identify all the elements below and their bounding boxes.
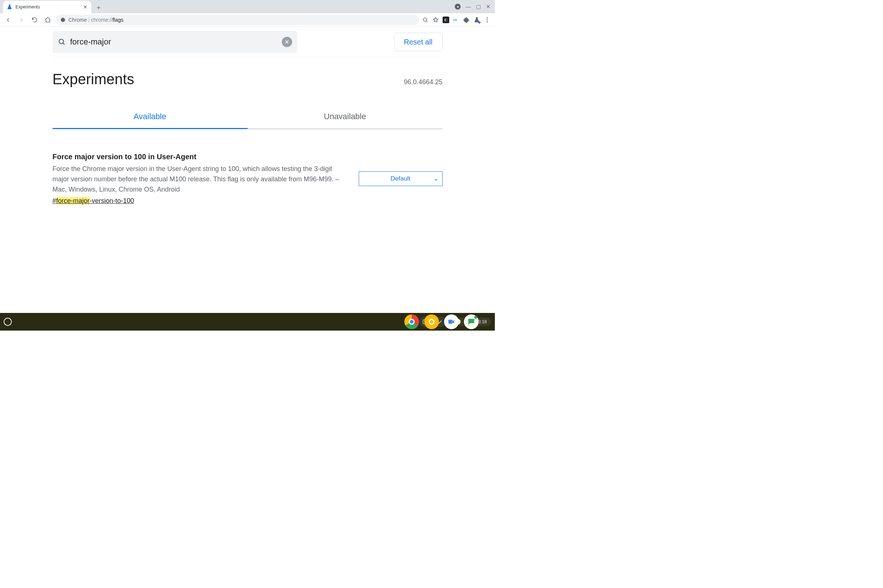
page-content: ✕ Reset all Experiments 96.0.4664.25 Ava… bbox=[0, 27, 495, 313]
flag-entry: Force major version to 100 in User-Agent… bbox=[53, 153, 443, 205]
files-app-icon[interactable] bbox=[424, 314, 439, 329]
account-icon[interactable]: ▾ bbox=[455, 4, 461, 9]
flag-tabs: Available Unavailable bbox=[53, 105, 443, 129]
svg-point-0 bbox=[61, 18, 65, 22]
chromeos-shelf: 3 3:18 bbox=[0, 313, 495, 331]
svg-point-1 bbox=[423, 18, 427, 21]
url-display: Chrome | chrome://flags bbox=[68, 17, 123, 23]
meet-app-icon[interactable] bbox=[444, 314, 459, 329]
flags-search-box: ✕ bbox=[53, 31, 297, 53]
chevron-down-icon: ⌄ bbox=[433, 175, 438, 182]
extensions-puzzle-icon[interactable] bbox=[463, 16, 470, 23]
flag-value-select[interactable]: Default ⌄ bbox=[359, 171, 443, 186]
svg-point-3 bbox=[487, 19, 488, 20]
back-button[interactable] bbox=[3, 15, 13, 25]
omnibox-host: Chrome bbox=[68, 17, 87, 23]
home-button[interactable] bbox=[43, 15, 53, 25]
maximize-icon[interactable]: ▢ bbox=[476, 4, 481, 9]
chrome-app-icon[interactable] bbox=[404, 314, 419, 329]
browser-toolbar: Chrome | chrome://flags ◐ ✂ bbox=[0, 13, 495, 27]
tab-unavailable[interactable]: Unavailable bbox=[248, 105, 443, 129]
page-title: Experiments bbox=[53, 71, 134, 87]
flag-select-value: Default bbox=[391, 175, 411, 182]
find-in-page-icon[interactable] bbox=[422, 16, 429, 23]
flask-icon bbox=[7, 4, 12, 10]
tab-available[interactable]: Available bbox=[53, 105, 248, 129]
flag-select-wrap: Default ⌄ bbox=[359, 171, 443, 186]
omnibox[interactable]: Chrome | chrome://flags bbox=[56, 15, 419, 25]
svg-point-4 bbox=[487, 21, 488, 22]
close-icon[interactable]: ✕ bbox=[83, 4, 87, 10]
tab-title: Experiments bbox=[15, 4, 80, 9]
page-header: Experiments 96.0.4664.25 bbox=[53, 71, 443, 87]
browser-tab-active[interactable]: Experiments ✕ bbox=[3, 1, 91, 13]
flag-description: Force the Chrome major version in the Us… bbox=[53, 164, 348, 195]
experiments-flask-icon[interactable] bbox=[473, 16, 480, 23]
site-info-icon[interactable] bbox=[60, 17, 66, 22]
extension-dark-icon[interactable]: ◐ bbox=[443, 16, 449, 23]
flag-title: Force major version to 100 in User-Agent bbox=[53, 153, 348, 161]
clock: 3:18 bbox=[478, 319, 487, 324]
new-tab-button[interactable]: ＋ bbox=[93, 2, 104, 12]
reload-button[interactable] bbox=[29, 15, 40, 25]
svg-rect-6 bbox=[449, 320, 452, 324]
search-icon bbox=[58, 38, 66, 46]
browser-tabstrip: Experiments ✕ ＋ ▾ — ▢ ✕ bbox=[0, 0, 495, 13]
menu-kebab-icon[interactable] bbox=[484, 16, 490, 23]
svg-point-2 bbox=[487, 17, 488, 18]
bookmark-star-icon[interactable] bbox=[432, 16, 439, 23]
flag-anchor-link[interactable]: #force-major-version-to-100 bbox=[53, 197, 134, 205]
version-label: 96.0.4664.25 bbox=[404, 78, 442, 87]
forward-button[interactable] bbox=[16, 15, 27, 25]
shelf-apps bbox=[404, 314, 479, 329]
scissors-icon[interactable]: ✂ bbox=[453, 16, 460, 23]
clear-search-button[interactable]: ✕ bbox=[282, 37, 292, 47]
window-controls: ▾ — ▢ ✕ bbox=[455, 0, 495, 13]
toolbar-actions: ◐ ✂ bbox=[422, 16, 492, 23]
minimize-icon[interactable]: — bbox=[466, 4, 471, 9]
search-row: ✕ Reset all bbox=[53, 27, 443, 58]
close-window-icon[interactable]: ✕ bbox=[486, 4, 490, 9]
launcher-button[interactable] bbox=[4, 318, 12, 326]
reset-all-button[interactable]: Reset all bbox=[394, 33, 443, 51]
messages-app-icon[interactable] bbox=[464, 314, 479, 329]
flags-search-input[interactable] bbox=[70, 37, 278, 47]
